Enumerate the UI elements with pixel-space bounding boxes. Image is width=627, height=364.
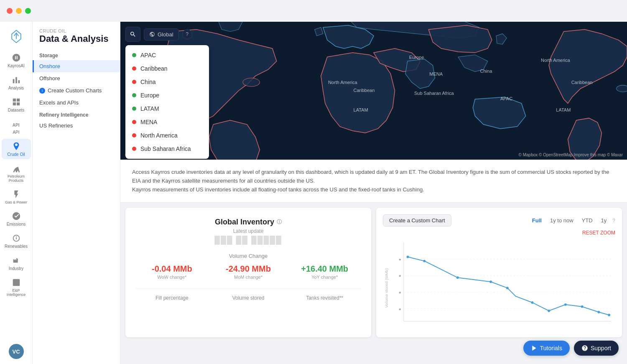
minimize-button[interactable] [16, 8, 22, 14]
sidebar-item-analysis[interactable]: Analysis [2, 72, 31, 93]
wow-value: -0.04 MMb [135, 264, 209, 274]
left-panel: Crude Oil Data & Analysis Storage Onshor… [33, 22, 120, 364]
map-search-button[interactable] [125, 27, 140, 42]
refinery-section-label: Refinery Intelligence [33, 109, 120, 120]
svg-point-6 [617, 85, 627, 92]
info-line2: Kayrros measurements of US inventories i… [132, 186, 615, 194]
apac-status-dot [132, 53, 136, 57]
reset-zoom-button[interactable]: RESET ZOOM [383, 230, 615, 236]
wow-metric: -0.04 MMb WoW change* [135, 264, 209, 280]
support-button[interactable]: Support [574, 341, 619, 356]
europe-label: Europe [140, 92, 159, 99]
yoy-label: YoY change* [288, 275, 361, 280]
dropdown-item-china[interactable]: China [125, 75, 209, 89]
sidebar-item-ep[interactable]: E&P Intelligence [2, 275, 31, 299]
svg-marker-30 [532, 346, 536, 351]
global-label: Global [158, 31, 173, 38]
inventory-help-icon[interactable]: ⓘ [277, 219, 282, 226]
sidebar-item-industry[interactable]: Industry [2, 253, 31, 273]
storage-section-label: Storage [33, 49, 120, 60]
svg-point-19 [407, 256, 409, 258]
map-global-button[interactable]: Global [144, 28, 179, 41]
time-1y-to-now-button[interactable]: 1y to now [548, 216, 576, 225]
dropdown-item-sub-saharan[interactable]: Sub Saharan Africa [125, 142, 209, 155]
kayrros-ai-label: KayrosAI [8, 64, 25, 68]
chart-card: Create a Custom Chart Full 1y to now YTD… [376, 208, 622, 337]
svg-point-24 [531, 301, 533, 304]
volume-stored-metric: Volume stored [212, 295, 285, 301]
app-logo[interactable] [7, 27, 25, 45]
panel-title: Data & Analysis [39, 33, 113, 44]
create-custom-charts-label: Create Custom Charts [48, 87, 102, 94]
nav-onshore[interactable]: Onshore [33, 60, 120, 72]
dropdown-item-latam[interactable]: LATAM [125, 102, 209, 115]
latam-status-dot [132, 107, 136, 111]
support-label: Support [591, 345, 611, 351]
chart-area: ● ● ● ● Volume stored (MMb) [383, 237, 615, 330]
emissions-label: Emissions [7, 222, 26, 227]
dropdown-item-apac[interactable]: APAC [125, 48, 209, 62]
mom-label: MoM change* [212, 275, 285, 280]
create-custom-chart-button[interactable]: Create a Custom Chart [383, 214, 451, 227]
create-custom-charts-link[interactable]: i Create Custom Charts [33, 84, 120, 97]
analysis-label: Analysis [8, 86, 24, 90]
icon-sidebar: KayrosAI Analysis Datasets API API Crude [0, 22, 33, 364]
volume-change-title: Volume Change [135, 253, 361, 259]
dropdown-item-caribbean[interactable]: Caribbean [125, 62, 209, 75]
ep-label: E&P Intelligence [3, 288, 29, 297]
svg-point-20 [423, 260, 426, 262]
gas-power-label: Gas & Power [5, 200, 27, 204]
sub-saharan-label: Sub Saharan Africa [140, 145, 191, 152]
nav-us-refineries[interactable]: US Refineries [33, 120, 120, 132]
svg-point-27 [581, 305, 584, 308]
svg-point-22 [489, 281, 492, 283]
latest-update-label: Latest update [135, 228, 361, 234]
sidebar-item-crude-oil[interactable]: Crude Oil [2, 139, 31, 159]
sidebar-item-datasets[interactable]: Datasets [2, 94, 31, 115]
mom-value: -24.90 MMb [212, 264, 285, 274]
volume-stored-label: Volume stored [212, 295, 285, 301]
nav-offshore[interactable]: Offshore [33, 72, 120, 84]
north-america-status-dot [132, 133, 136, 137]
dropdown-item-mena[interactable]: MENA [125, 115, 209, 129]
crude-oil-label: Crude Oil [7, 152, 25, 157]
renewables-label: Renewables [5, 244, 28, 249]
map-container: North America Europe MENA China APAC Car… [120, 22, 627, 160]
china-label: China [140, 79, 156, 85]
maximize-button[interactable] [25, 8, 31, 14]
industry-label: Industry [9, 266, 24, 271]
sidebar-item-emissions[interactable]: Emissions [2, 209, 31, 229]
crude-oil-icon [11, 141, 21, 151]
sidebar-item-petroleum[interactable]: Petroleum Products [2, 161, 31, 185]
floating-buttons: Tutorials Support [523, 341, 619, 356]
kayrros-ai-icon [11, 53, 21, 63]
sidebar-item-api[interactable]: API API [2, 117, 31, 137]
sidebar-item-kayrros-ai[interactable]: KayrosAI [2, 50, 31, 71]
yoy-metric: +16.40 MMb YoY change* [288, 264, 361, 280]
emissions-icon [11, 211, 21, 221]
volume-change-section: Volume Change -0.04 MMb WoW change* -24.… [135, 253, 361, 280]
caribbean-label: Caribbean [140, 65, 168, 72]
panel-header: Crude Oil Data & Analysis [33, 28, 120, 49]
map-toolbar: Global ? [125, 27, 192, 42]
map-help-button[interactable]: ? [182, 29, 192, 39]
wow-label: WoW change* [135, 275, 209, 280]
time-full-button[interactable]: Full [530, 216, 544, 225]
dropdown-item-europe[interactable]: Europe [125, 89, 209, 102]
sidebar-item-gas-power[interactable]: Gas & Power [2, 187, 31, 207]
close-button[interactable] [7, 8, 13, 14]
info-line1: Access Kayrros crude inventories data at… [132, 168, 615, 186]
time-ytd-button[interactable]: YTD [579, 216, 595, 225]
sidebar-item-renewables[interactable]: Renewables [2, 231, 31, 251]
user-avatar[interactable]: VC [9, 344, 24, 359]
petroleum-icon [11, 163, 21, 173]
chart-help-icon[interactable]: ? [612, 218, 615, 224]
time-1y-button[interactable]: 1y [599, 216, 609, 225]
time-controls: Full 1y to now YTD 1y ? [530, 216, 615, 225]
dropdown-item-north-america[interactable]: North America [125, 129, 209, 142]
tutorials-button[interactable]: Tutorials [523, 341, 570, 356]
europe-status-dot [132, 93, 136, 97]
api-label: API [13, 130, 19, 135]
nav-excels-apis[interactable]: Excels and APIs [33, 97, 120, 109]
dashboard-grid: Global Inventory ⓘ Latest update ███ ██ … [120, 203, 627, 342]
